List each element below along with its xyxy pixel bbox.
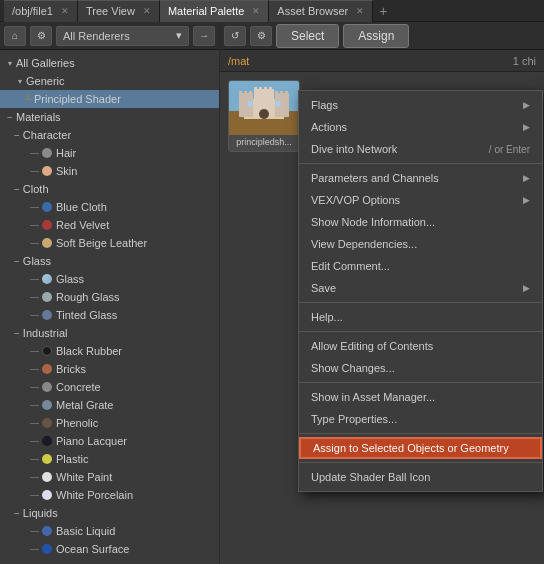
ctx-item-show-changes[interactable]: Show Changes... [299,357,542,379]
material-color-icon [42,238,52,248]
tree-item-soft-beige-leather[interactable]: — Soft Beige Leather [0,234,219,252]
ctx-item-parameters-channels[interactable]: Parameters and Channels ▶ [299,167,542,189]
arrow-right-icon: ▶ [523,122,530,132]
thumbnail-label: principledsh... [229,135,299,150]
tree-item-materials[interactable]: − Materials [0,108,219,126]
material-color-icon [42,166,52,176]
svg-rect-13 [259,87,262,91]
tab-add-button[interactable]: + [373,3,393,19]
material-color-icon [42,148,52,158]
separator [299,331,542,332]
tree-item-plastic[interactable]: — Plastic [0,450,219,468]
tab-material-palette[interactable]: Material Palette ✕ [160,0,269,22]
tree-item-ocean-surface[interactable]: — Ocean Surface [0,540,219,558]
tab-close-icon[interactable]: ✕ [356,6,364,16]
tree-item-principled-shader[interactable]: └ Principled Shader [0,90,219,108]
tree-item-industrial[interactable]: − Industrial [0,324,219,342]
ctx-item-help[interactable]: Help... [299,306,542,328]
tree-item-blue-cloth[interactable]: — Blue Cloth [0,198,219,216]
tree-item-character[interactable]: − Character [0,126,219,144]
svg-rect-8 [249,91,252,95]
ctx-item-dive-into-network[interactable]: Dive into Network / or Enter [299,138,542,160]
tree-item-concrete[interactable]: — Concrete [0,378,219,396]
left-toolbar: ⌂ ⚙ All Renderers ▾ → [0,22,219,50]
home-button[interactable]: ⌂ [4,26,26,46]
ctx-item-update-shader-ball[interactable]: Update Shader Ball Icon [299,466,542,488]
material-color-icon [42,220,52,230]
svg-rect-18 [275,101,281,107]
tab-tree-view[interactable]: Tree View ✕ [78,0,160,22]
minus-icon: − [14,184,20,195]
svg-rect-15 [269,87,272,91]
minus-icon: − [14,508,20,519]
ctx-item-show-asset-manager[interactable]: Show in Asset Manager... [299,386,542,408]
minus-icon: − [4,111,16,123]
ctx-item-edit-comment[interactable]: Edit Comment... [299,255,542,277]
tree-item-piano-lacquer[interactable]: — Piano Lacquer [0,432,219,450]
arrow-right-icon: ▶ [523,100,530,110]
tree-item-hair[interactable]: — Hair [0,144,219,162]
svg-rect-17 [247,101,253,107]
tab-bar: /obj/file1 ✕ Tree View ✕ Material Palett… [0,0,544,22]
refresh-button[interactable]: → [193,26,215,46]
tree-item-skin[interactable]: — Skin [0,162,219,180]
material-color-icon [42,490,52,500]
ctx-item-type-properties[interactable]: Type Properties... [299,408,542,430]
tree-item-red-velvet[interactable]: — Red Velvet [0,216,219,234]
tab-close-icon[interactable]: ✕ [252,6,260,16]
tree-item-liquids[interactable]: − Liquids [0,504,219,522]
svg-rect-16 [259,109,269,119]
tree-item-metal-grate[interactable]: — Metal Grate [0,396,219,414]
ctx-item-assign-to-selected[interactable]: Assign to Selected Objects or Geometry [299,437,542,459]
tree-item-cloth[interactable]: − Cloth [0,180,219,198]
tree-item-basic-liquid[interactable]: — Basic Liquid [0,522,219,540]
ctx-item-vex-vop-options[interactable]: VEX/VOP Options ▶ [299,189,542,211]
tree-item-bricks[interactable]: — Bricks [0,360,219,378]
material-color-icon [42,454,52,464]
svg-rect-14 [264,87,267,91]
renderer-dropdown[interactable]: All Renderers ▾ [56,26,189,46]
tree-item-phenolic[interactable]: — Phenolic [0,414,219,432]
tree-item-glass-item[interactable]: — Glass [0,270,219,288]
tree-item-glass[interactable]: − Glass [0,252,219,270]
left-panel: ⌂ ⚙ All Renderers ▾ → ▾ All Galleries ▾ … [0,22,220,564]
tree-item-white-paint[interactable]: — White Paint [0,468,219,486]
ctx-item-allow-editing[interactable]: Allow Editing of Contents [299,335,542,357]
path-bar: /mat 1 chi [220,50,544,72]
ctx-item-view-dependencies[interactable]: View Dependencies... [299,233,542,255]
tree-item-white-porcelain[interactable]: — White Porcelain [0,486,219,504]
svg-rect-11 [285,91,288,95]
material-color-icon [42,364,52,374]
settings-button[interactable]: ⚙ [250,26,272,46]
material-color-icon [42,418,52,428]
tree-container: ▾ All Galleries ▾ Generic └ Principled S… [0,50,219,564]
tree-item-all-galleries[interactable]: ▾ All Galleries [0,54,219,72]
tree-item-rough-glass[interactable]: — Rough Glass [0,288,219,306]
tree-item-generic[interactable]: ▾ Generic [0,72,219,90]
material-color-icon [42,346,52,356]
refresh-button[interactable]: ↺ [224,26,246,46]
tab-close-icon[interactable]: ✕ [143,6,151,16]
minus-icon: − [14,328,20,339]
select-button[interactable]: Select [276,24,339,48]
ctx-item-flags[interactable]: Flags ▶ [299,94,542,116]
ctx-item-actions[interactable]: Actions ▶ [299,116,542,138]
assign-button[interactable]: Assign [343,24,409,48]
settings-button[interactable]: ⚙ [30,26,52,46]
svg-rect-7 [244,91,247,95]
separator [299,302,542,303]
tree-item-tinted-glass[interactable]: — Tinted Glass [0,306,219,324]
chip-count: 1 chi [513,55,536,67]
arrow-right-icon: ▶ [523,195,530,205]
ctx-item-show-node-info[interactable]: Show Node Information... [299,211,542,233]
material-thumbnail[interactable]: principledsh... [228,80,300,152]
tab-asset-browser[interactable]: Asset Browser ✕ [269,0,373,22]
material-color-icon [42,202,52,212]
tab-close-icon[interactable]: ✕ [61,6,69,16]
tree-item-black-rubber[interactable]: — Black Rubber [0,342,219,360]
arrow-right-icon: ▶ [523,173,530,183]
ctx-item-save[interactable]: Save ▶ [299,277,542,299]
minus-icon: − [14,256,20,267]
tab-obj-file1[interactable]: /obj/file1 ✕ [4,0,78,22]
svg-rect-10 [280,91,283,95]
